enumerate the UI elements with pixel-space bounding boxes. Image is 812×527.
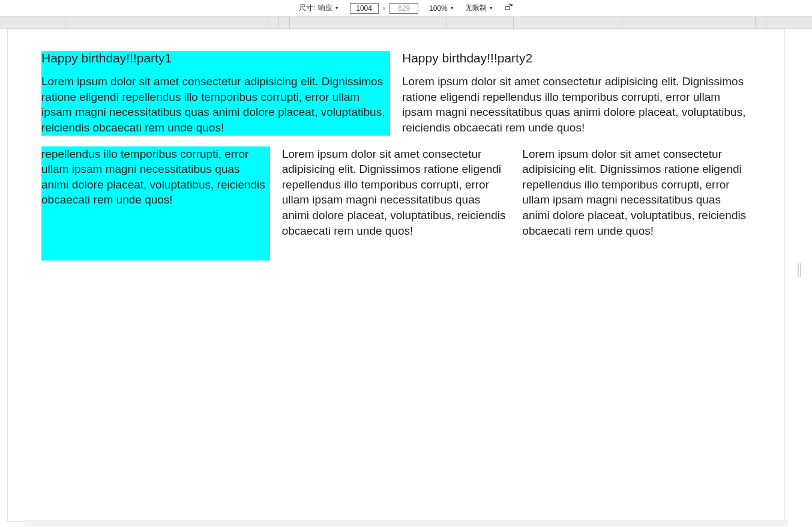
devtools-toolbar: 尺寸: 响应 ▼ × 100% ▼ 无限制 ▼ [0, 0, 812, 17]
chevron-down-icon: ▼ [335, 6, 339, 10]
chevron-down-icon: ▼ [489, 6, 493, 10]
text-party2: Lorem ipsum dolor sit amet consectetur a… [402, 74, 751, 136]
zoom-dropdown[interactable]: 100% ▼ [429, 4, 454, 13]
row2-text-3: Lorem ipsum dolor sit amet consectetur a… [522, 146, 751, 239]
dimension-separator: × [382, 5, 386, 12]
scroll-handle[interactable] [798, 263, 804, 277]
col-1: Happy birthday!!!party1 Lorem ipsum dolo… [41, 51, 390, 136]
row2-text-2: Lorem ipsum dolor sit amet consectetur a… [282, 146, 511, 239]
size-dropdown[interactable]: 尺寸: 响应 ▼ [299, 3, 338, 13]
width-input[interactable] [350, 3, 379, 14]
throttle-value: 无限制 [465, 3, 487, 13]
row2-col-1: repellendus illo temporibus corrupti, er… [41, 146, 270, 261]
chevron-down-icon: ▼ [450, 6, 454, 10]
heading-party2: Happy birthday!!!party2 [402, 51, 751, 65]
ruler [0, 17, 812, 29]
row-1: Happy birthday!!!party1 Lorem ipsum dolo… [41, 51, 751, 136]
svg-rect-0 [505, 7, 510, 10]
page-viewport: Happy birthday!!!party1 Lorem ipsum dolo… [7, 29, 785, 522]
zoom-value: 100% [429, 4, 448, 13]
row2-col-3: Lorem ipsum dolor sit amet consectetur a… [522, 146, 751, 261]
heading-party1: Happy birthday!!!party1 [41, 51, 390, 65]
row-2: repellendus illo temporibus corrupti, er… [41, 146, 751, 261]
text-party1: Lorem ipsum dolor sit amet consectetur a… [41, 74, 390, 136]
size-label: 尺寸: [299, 3, 315, 13]
viewport-wrapper: Happy birthday!!!party1 Lorem ipsum dolo… [0, 29, 812, 527]
height-input[interactable] [389, 3, 418, 14]
throttle-dropdown[interactable]: 无限制 ▼ [465, 3, 493, 13]
row2-col-2: Lorem ipsum dolor sit amet consectetur a… [282, 146, 511, 261]
col-2: Happy birthday!!!party2 Lorem ipsum dolo… [402, 51, 751, 136]
horizontal-scrollbar[interactable] [24, 520, 788, 526]
row2-text-1: repellendus illo temporibus corrupti, er… [41, 146, 270, 261]
rotate-icon [504, 4, 513, 13]
size-value: 响应 [318, 3, 332, 13]
rotate-button[interactable] [504, 4, 513, 13]
dimension-group: × [350, 3, 418, 14]
